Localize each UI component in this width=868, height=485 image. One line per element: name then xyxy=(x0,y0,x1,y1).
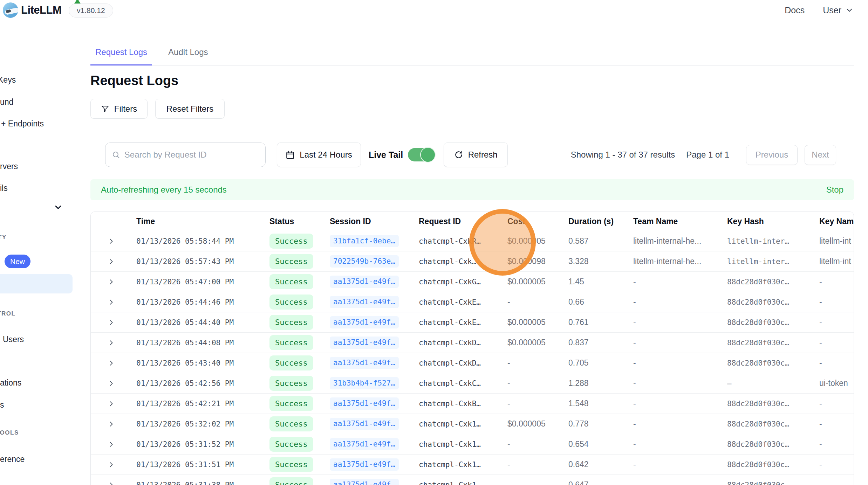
time-cell: 01/13/2026 05:44:46 PM xyxy=(136,298,269,306)
sidebar-item-s[interactable]: s xyxy=(0,400,4,410)
session-id-link[interactable]: aa1375d1-e49f… xyxy=(330,397,399,410)
expand-row-chevron-icon[interactable] xyxy=(107,319,115,326)
sidebar-item-endpoints[interactable]: + Endpoints xyxy=(1,119,44,129)
filter-row: Filters Reset Filters xyxy=(90,99,854,119)
results-summary: Showing 1 - 37 of 37 results xyxy=(571,150,675,160)
table-row: 01/13/2026 05:44:08 PM Success aa1375d1-… xyxy=(91,333,854,353)
time-cell: 01/13/2026 05:31:38 PM xyxy=(136,481,269,485)
table-row: 01/13/2026 05:44:46 PM Success aa1375d1-… xyxy=(91,292,854,312)
key-hash-cell: 88dc28d0f030c… xyxy=(727,400,819,408)
toolbar: Last 24 Hours Live Tail Refresh Showing … xyxy=(90,143,854,167)
team-name-cell: - xyxy=(633,318,727,327)
session-id-link[interactable]: 7022549b-763e… xyxy=(330,255,399,268)
team-name-cell: litellm-internal-he... xyxy=(633,257,727,266)
filters-button[interactable]: Filters xyxy=(90,99,148,119)
next-page-button[interactable]: Next xyxy=(805,145,836,165)
sidebar-collapse-chevron-icon[interactable] xyxy=(53,202,63,212)
request-id-cell: chatcmpl-CxkB… xyxy=(419,400,507,408)
session-id-link[interactable]: aa1375d1-e49f… xyxy=(330,438,399,450)
expand-row-chevron-icon[interactable] xyxy=(107,339,115,347)
time-cell: 01/13/2026 05:57:43 PM xyxy=(136,257,269,266)
expand-row-chevron-icon[interactable] xyxy=(107,400,115,408)
reset-filters-button[interactable]: Reset Filters xyxy=(155,99,225,119)
refresh-label: Refresh xyxy=(468,150,498,160)
version-badge: v1.80.12 xyxy=(69,4,113,18)
sidebar-item-users[interactable]: Users xyxy=(3,335,24,344)
session-id-link[interactable]: aa1375d1-e49f… xyxy=(330,479,399,485)
stop-auto-refresh-link[interactable]: Stop xyxy=(826,185,843,195)
team-name-cell: - xyxy=(633,439,727,449)
live-tail-toggle[interactable] xyxy=(408,148,435,161)
docs-link[interactable]: Docs xyxy=(785,5,805,15)
status-badge: Success xyxy=(269,295,313,310)
session-id-link[interactable]: aa1375d1-e49f… xyxy=(330,337,399,349)
key-name-cell: - xyxy=(819,277,854,286)
key-name-cell: litellm-int xyxy=(819,257,854,266)
session-id-link[interactable]: aa1375d1-e49f… xyxy=(330,458,399,471)
key-hash-cell: litellm-inter… xyxy=(727,257,819,266)
duration-cell: 1.288 xyxy=(568,379,633,388)
session-id-link[interactable]: aa1375d1-e49f… xyxy=(330,316,399,328)
key-hash-cell: 88dc28d0f030c… xyxy=(727,278,819,286)
sidebar-item-erence[interactable]: erence xyxy=(0,455,25,464)
sidebar-item-selected[interactable] xyxy=(0,274,73,293)
time-range-button[interactable]: Last 24 Hours xyxy=(277,143,361,167)
table-row: 01/13/2026 05:42:21 PM Success aa1375d1-… xyxy=(91,394,854,414)
session-id-link[interactable]: aa1375d1-e49f… xyxy=(330,276,399,288)
cost-cell: $0.000005 xyxy=(507,338,568,347)
tab-audit-logs[interactable]: Audit Logs xyxy=(163,47,213,65)
page-indicator: Page 1 of 1 xyxy=(686,150,729,160)
session-id-link[interactable]: 31bfa1cf-0ebe… xyxy=(330,235,399,247)
sidebar-item-keys[interactable]: Keys xyxy=(0,75,16,85)
user-menu[interactable]: User xyxy=(823,5,854,15)
expand-row-chevron-icon[interactable] xyxy=(107,461,115,469)
expand-row-chevron-icon[interactable] xyxy=(107,258,115,265)
expand-row-chevron-icon[interactable] xyxy=(107,420,115,428)
litellm-logo xyxy=(3,2,18,18)
sidebar-item-servers[interactable]: rvers xyxy=(0,162,18,171)
key-name-cell: ui-token xyxy=(819,379,854,388)
previous-page-button[interactable]: Previous xyxy=(746,145,798,165)
cost-cell: - xyxy=(507,379,568,388)
cost-cell: - xyxy=(507,358,568,368)
expand-row-chevron-icon[interactable] xyxy=(107,441,115,448)
time-range-label: Last 24 Hours xyxy=(300,150,352,160)
sidebar-item-und[interactable]: und xyxy=(0,97,13,107)
session-id-link[interactable]: aa1375d1-e49f… xyxy=(330,357,399,369)
session-id-link[interactable]: aa1375d1-e49f… xyxy=(330,418,399,430)
team-name-cell: - xyxy=(633,277,727,286)
request-id-cell: chatcmpl-CxkE… xyxy=(419,298,507,306)
time-cell: 01/13/2026 05:42:21 PM xyxy=(136,400,269,408)
key-name-cell: - xyxy=(819,439,854,449)
team-name-cell: - xyxy=(633,379,727,388)
search-input[interactable] xyxy=(124,150,259,160)
sidebar: Keys und + Endpoints rvers ils TY New TR… xyxy=(0,20,73,485)
expand-row-chevron-icon[interactable] xyxy=(107,481,115,485)
table-row: 01/13/2026 05:43:40 PM Success aa1375d1-… xyxy=(91,353,854,373)
duration-cell: 3.328 xyxy=(568,257,633,266)
expand-row-chevron-icon[interactable] xyxy=(107,298,115,306)
session-id-link[interactable]: 31b3b4b4-f527… xyxy=(330,377,399,389)
key-name-cell: - xyxy=(819,399,854,408)
key-hash-cell: 88dc28d0f030c… xyxy=(727,440,819,449)
cost-cell: - xyxy=(507,439,568,449)
expand-row-chevron-icon[interactable] xyxy=(107,278,115,286)
time-cell: 01/13/2026 05:31:52 PM xyxy=(136,440,269,449)
refresh-button[interactable]: Refresh xyxy=(444,143,508,167)
key-name-cell: - xyxy=(819,338,854,347)
session-id-link[interactable]: aa1375d1-e49f… xyxy=(330,296,399,308)
col-time: Time xyxy=(136,217,269,226)
search-box[interactable] xyxy=(105,143,266,167)
duration-cell: 0.647 xyxy=(568,480,633,485)
request-id-cell: chatcmpl-Cxk1… xyxy=(419,440,507,449)
expand-row-chevron-icon[interactable] xyxy=(107,359,115,367)
expand-row-chevron-icon[interactable] xyxy=(107,237,115,245)
user-menu-label[interactable]: User xyxy=(823,5,841,15)
sidebar-item-ils[interactable]: ils xyxy=(0,183,8,193)
status-badge: Success xyxy=(269,376,313,391)
expand-row-chevron-icon[interactable] xyxy=(107,380,115,387)
table-row: 01/13/2026 05:47:00 PM Success aa1375d1-… xyxy=(91,272,854,292)
sidebar-item-ations[interactable]: ations xyxy=(0,378,21,388)
cost-cell: $0.000005 xyxy=(507,277,568,286)
tab-request-logs[interactable]: Request Logs xyxy=(90,47,152,65)
